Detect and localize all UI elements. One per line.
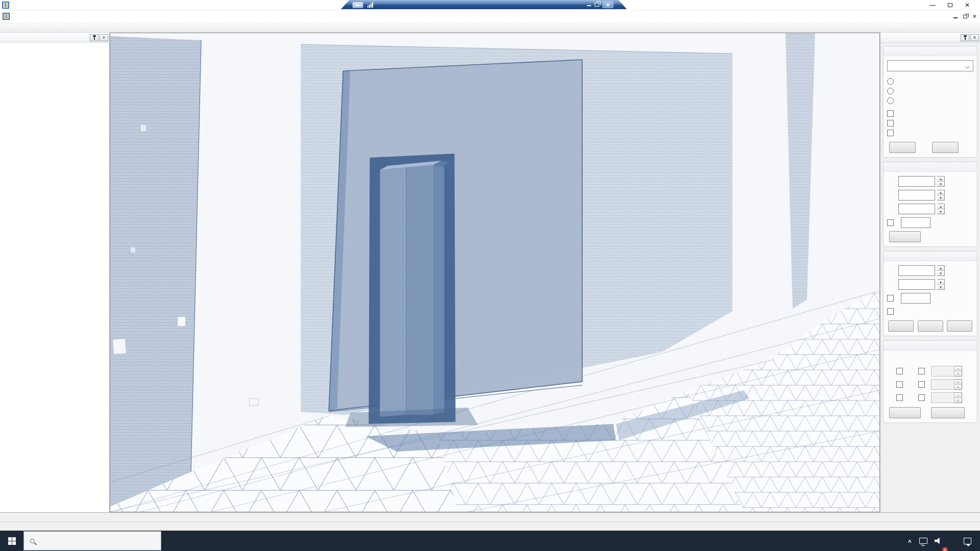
maximize-icon	[948, 3, 952, 7]
pin-icon	[94, 36, 95, 40]
clipper-mode-select[interactable]	[887, 60, 973, 71]
step2-input[interactable]	[931, 379, 954, 390]
clipper-panel: ×	[880, 33, 980, 512]
checkbox-reverse-orientation[interactable]	[887, 307, 973, 316]
default-button[interactable]	[931, 407, 965, 418]
bottom-tab-bar	[0, 512, 980, 521]
window-close-button[interactable]: ✕	[959, 0, 976, 10]
step-checkbox[interactable]	[887, 295, 894, 302]
checkbox-icon	[887, 110, 894, 117]
main-toolbar	[0, 22, 980, 33]
step3-input[interactable]	[931, 392, 954, 403]
navigator-close-button[interactable]: ×	[100, 34, 108, 41]
chevron-down-icon	[966, 64, 970, 68]
rotation-title	[884, 252, 977, 261]
rotation-phi-stepper[interactable]: ▲▼	[937, 279, 945, 290]
viewport-3d-scene[interactable]	[110, 33, 880, 512]
p3-checkbox[interactable]	[896, 394, 903, 401]
position-z-input[interactable]	[898, 204, 935, 214]
position-group: ▲▼ ▲▼ ▲▼	[883, 162, 977, 247]
step2-stepper[interactable]: ▲▼	[954, 379, 962, 390]
step-checkbox[interactable]	[887, 219, 894, 226]
reset-button[interactable]	[932, 142, 959, 153]
mdi-close-button[interactable]: ✕	[972, 14, 977, 19]
radio-icon	[887, 97, 894, 104]
rotation-theta-input[interactable]	[898, 265, 935, 276]
rdp-close-button[interactable]: ✕	[602, 1, 614, 8]
rotation-theta-row: ▲▼	[887, 265, 973, 276]
menu-bar: ✕	[0, 10, 980, 22]
slicer-row-p3: ▲▼	[887, 392, 973, 403]
status-bar	[0, 521, 980, 531]
search-input[interactable]	[39, 537, 141, 545]
step1-stepper[interactable]: ▲▼	[954, 366, 962, 377]
slicer-options-title	[884, 341, 977, 350]
clipper-pin-button[interactable]	[961, 34, 969, 41]
apply-button[interactable]	[889, 142, 916, 153]
network-tray-item[interactable]	[916, 531, 931, 551]
action-center-button[interactable]	[960, 531, 980, 551]
options-button[interactable]	[889, 407, 921, 418]
checkbox-auto-apply[interactable]	[887, 128, 973, 138]
project-navigator-panel: ×	[0, 33, 110, 512]
position-x-input[interactable]	[898, 176, 935, 187]
action-center-icon	[964, 538, 971, 544]
pin-icon	[965, 36, 966, 40]
position-x-row: ▲▼	[887, 176, 973, 187]
mdi-restore-button[interactable]	[963, 15, 967, 18]
mdi-minimize-button[interactable]	[953, 14, 958, 19]
navigator-pin-button[interactable]	[90, 34, 99, 41]
rdp-pin-icon[interactable]	[352, 2, 363, 8]
start-button[interactable]	[0, 531, 23, 551]
position-x-stepper[interactable]: ▲▼	[937, 176, 945, 187]
system-tray: ∧	[903, 531, 980, 551]
radio-on[interactable]	[887, 77, 973, 86]
network-icon	[919, 538, 927, 544]
radio-automatic[interactable]	[887, 96, 973, 106]
rotation-phi-input[interactable]	[898, 279, 935, 290]
step1-input[interactable]	[931, 366, 954, 377]
radio-icon	[887, 78, 894, 85]
rotation-theta-stepper[interactable]: ▲▼	[937, 265, 945, 276]
rotation-step-input[interactable]	[901, 293, 930, 304]
center-button[interactable]	[889, 231, 921, 242]
position-z-stepper[interactable]: ▲▼	[937, 204, 945, 214]
rdp-restore-button[interactable]	[595, 3, 599, 7]
window-minimize-button[interactable]: —	[924, 0, 941, 10]
c2-checkbox[interactable]	[918, 381, 925, 388]
position-z-row: ▲▼	[887, 204, 973, 214]
mdi-document-icon[interactable]	[3, 13, 10, 20]
position-title	[884, 162, 977, 172]
position-y-stepper[interactable]: ▲▼	[937, 190, 945, 201]
position-step-input[interactable]	[901, 217, 930, 228]
navigator-header: ×	[0, 33, 109, 43]
rdp-minimize-button[interactable]	[586, 2, 592, 7]
rotation-phi-row: ▲▼	[887, 279, 973, 290]
checkbox-show-manipulator[interactable]	[887, 118, 973, 128]
step3-stepper[interactable]: ▲▼	[954, 392, 962, 403]
p1-checkbox[interactable]	[896, 368, 903, 374]
rotation-step-row	[887, 293, 973, 304]
p2-checkbox[interactable]	[896, 381, 903, 388]
checkbox-icon	[887, 308, 894, 315]
radio-off[interactable]	[887, 86, 973, 96]
taskbar-search[interactable]	[23, 531, 161, 550]
project-tree	[0, 43, 109, 512]
radio-icon	[887, 88, 894, 94]
slicer-row-p2: ▲▼	[887, 379, 973, 390]
position-step-row	[887, 217, 973, 228]
checkbox-clip-only-mesh[interactable]	[887, 109, 973, 118]
clipper-close-button[interactable]: ×	[970, 34, 979, 41]
rotate-minus-x-button[interactable]	[888, 320, 914, 332]
window-controls: — ✕	[924, 0, 976, 10]
c1-checkbox[interactable]	[918, 368, 925, 374]
volume-tray-item[interactable]	[931, 531, 945, 551]
rotate-minus-y-button[interactable]	[918, 320, 943, 332]
rdp-signal-icon	[368, 2, 373, 8]
search-icon	[30, 539, 35, 543]
rotate-plus-z-button[interactable]	[947, 320, 972, 332]
c3-checkbox[interactable]	[918, 394, 925, 401]
position-y-input[interactable]	[898, 190, 935, 201]
window-maximize-button[interactable]	[941, 0, 959, 10]
tray-expand-button[interactable]: ∧	[903, 531, 916, 551]
